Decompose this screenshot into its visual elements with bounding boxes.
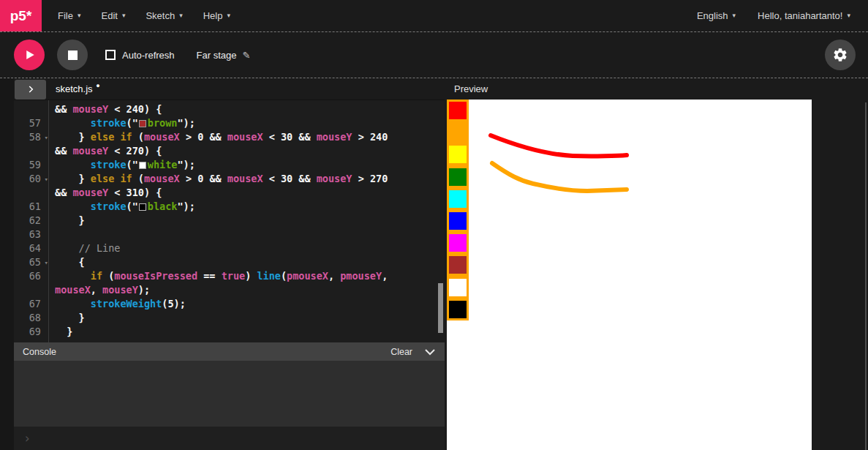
code-token: mouseY <box>102 284 138 296</box>
code-token: mouseY <box>317 131 352 143</box>
console-panel: Console Clear › <box>14 342 445 450</box>
code-line[interactable]: 61 stroke("black"); <box>14 200 445 214</box>
code-token: ( <box>102 270 114 282</box>
code-token <box>55 242 79 254</box>
code-line[interactable]: 69 } <box>14 325 445 339</box>
code-token: stroke <box>91 117 127 129</box>
code-line[interactable]: 64 // Line <box>14 241 445 255</box>
code-line[interactable]: 60▾ } else if (mouseX > 0 && mouseX < 30… <box>14 172 445 186</box>
edit-sketch-name-icon[interactable]: ✎ <box>242 50 250 61</box>
preview-pane: Preview <box>445 78 868 450</box>
settings-button[interactable] <box>825 40 856 70</box>
console-output <box>14 361 445 427</box>
code-text: // Line <box>48 241 120 255</box>
code-text: && mouseY < 270) { <box>48 144 162 158</box>
line-number: 68 <box>14 311 48 325</box>
code-text: strokeWeight(5); <box>48 297 186 311</box>
menu-file-label: File <box>58 10 73 21</box>
code-text: if (mouseIsPressed == true) line(pmouseX… <box>48 269 388 283</box>
code-token: && <box>55 103 72 115</box>
code-line[interactable]: mouseX, mouseY); <box>14 283 445 297</box>
caret-down-icon: ▾ <box>78 12 81 19</box>
code-line[interactable]: 65▾ { <box>14 255 445 269</box>
menu-bar: p5* File ▾ Edit ▾ Sketch ▾ Help ▾ Englis… <box>0 0 868 32</box>
code-line[interactable]: 68 } <box>14 311 445 325</box>
menu-edit-label: Edit <box>101 10 117 21</box>
editor-scrollbar[interactable] <box>438 283 443 333</box>
code-text: stroke("white"); <box>48 158 195 172</box>
drawn-strokes <box>447 100 812 450</box>
code-token: } <box>55 326 72 337</box>
fold-arrow-icon[interactable]: ▾ <box>45 173 48 187</box>
code-token: ( <box>132 173 144 184</box>
play-button[interactable] <box>14 40 45 70</box>
stop-button[interactable] <box>57 40 88 70</box>
language-dropdown[interactable]: English ▾ <box>697 0 736 31</box>
sidebar-expand-button[interactable] <box>15 80 46 100</box>
code-token: else <box>91 173 115 184</box>
code-token: } <box>55 214 85 226</box>
code-editor[interactable]: && mouseY < 240) {57 stroke("brown");58▾… <box>14 100 445 342</box>
p5-logo[interactable]: p5* <box>0 0 42 31</box>
toolbar: Auto-refresh Far stage ✎ <box>0 32 868 78</box>
code-token: line <box>257 270 281 282</box>
code-token: pmouseY <box>340 270 382 282</box>
stop-icon <box>68 50 78 60</box>
main-area: sketch.js ● && mouseY < 240) {57 stroke(… <box>0 78 868 450</box>
code-line[interactable]: 57 stroke("brown"); <box>14 116 445 130</box>
menu-sketch[interactable]: Sketch ▾ <box>135 0 192 31</box>
line-number <box>14 283 48 297</box>
auto-refresh-label: Auto-refresh <box>122 50 175 61</box>
code-text: stroke("brown"); <box>48 116 195 130</box>
code-rows: && mouseY < 240) {57 stroke("brown");58▾… <box>14 102 445 339</box>
code-line[interactable]: && mouseY < 270) { <box>14 144 445 158</box>
code-token: "); <box>177 159 195 170</box>
code-line[interactable]: && mouseY < 240) { <box>14 102 445 116</box>
auto-refresh-checkbox[interactable] <box>105 50 116 60</box>
code-token: > 0 && <box>180 131 227 143</box>
code-token: < 240) { <box>108 103 162 115</box>
chevron-down-icon <box>424 348 436 356</box>
code-token: < 270) { <box>108 145 162 157</box>
code-token: // Line <box>79 242 121 254</box>
line-number: 62 <box>14 214 48 228</box>
inline-color-swatch[interactable] <box>139 162 146 169</box>
code-token: , <box>382 270 388 282</box>
account-dropdown[interactable]: Hello, taniahartanto! ▾ <box>758 0 850 31</box>
code-token: mouseX <box>144 173 180 184</box>
code-token: else <box>91 131 115 143</box>
language-label: English <box>697 10 728 21</box>
console-input-line[interactable]: › <box>14 427 445 450</box>
line-number: 65▾ <box>14 255 48 269</box>
line-number: 64 <box>14 241 48 255</box>
line-number: 67 <box>14 297 48 311</box>
gear-icon <box>832 47 848 63</box>
console-title: Console <box>23 347 56 357</box>
code-token: pmouseX <box>287 270 328 282</box>
code-line[interactable]: 62 } <box>14 214 445 228</box>
sketch-canvas[interactable] <box>447 100 812 450</box>
sketch-name[interactable]: Far stage <box>197 50 237 61</box>
inline-color-swatch[interactable] <box>139 203 146 211</box>
menu-help[interactable]: Help ▾ <box>193 0 241 31</box>
console-collapse-button[interactable] <box>424 348 436 356</box>
code-token: stroke <box>91 200 127 212</box>
fold-arrow-icon[interactable]: ▾ <box>45 256 48 270</box>
code-line[interactable]: 66 if (mouseIsPressed == true) line(pmou… <box>14 269 445 283</box>
code-line[interactable]: 67 strokeWeight(5); <box>14 297 445 311</box>
inline-color-swatch[interactable] <box>139 120 146 127</box>
code-line[interactable]: && mouseY < 310) { <box>14 186 445 200</box>
code-token: == <box>197 270 222 282</box>
menu-edit[interactable]: Edit ▾ <box>91 0 135 31</box>
code-token: mouseY <box>72 187 108 198</box>
code-token: mouseX <box>144 131 180 143</box>
tab-sketch-js[interactable]: sketch.js ● <box>56 83 93 94</box>
console-clear-button[interactable]: Clear <box>390 347 412 357</box>
fold-arrow-icon[interactable]: ▾ <box>45 131 48 145</box>
page-scrollbar[interactable] <box>865 102 867 450</box>
line-number: 58▾ <box>14 130 48 144</box>
code-line[interactable]: 63 <box>14 228 445 241</box>
code-line[interactable]: 59 stroke("white"); <box>14 158 445 172</box>
code-line[interactable]: 58▾ } else if (mouseX > 0 && mouseX < 30… <box>14 130 445 144</box>
menu-file[interactable]: File ▾ <box>48 0 91 31</box>
